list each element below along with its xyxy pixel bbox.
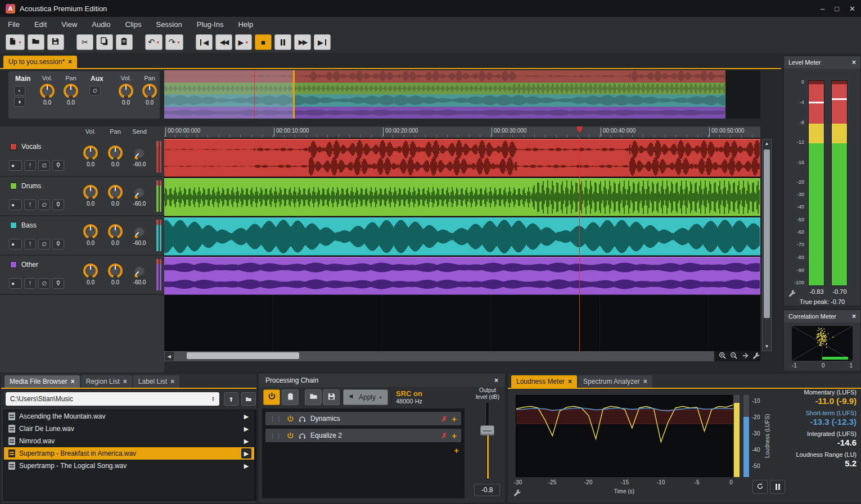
preview-play-button[interactable]: ▶ — [241, 448, 251, 458]
track-volume-knob[interactable] — [83, 264, 98, 278]
mute-button[interactable]: ∅ — [38, 239, 50, 249]
hscroll-track[interactable] — [174, 351, 714, 361]
chain-power-button[interactable] — [263, 389, 280, 405]
file-list-scrollbar[interactable] — [254, 410, 256, 501]
effect-row-dynamics[interactable]: ⋮⋮ Dynamics ✗ + — [265, 412, 461, 425]
session-tab-close-icon[interactable]: × — [68, 58, 72, 66]
go-to-start-button[interactable]: ◀ — [196, 34, 213, 50]
path-input[interactable]: C:\Users\Stian\Music ▲▼ — [6, 392, 219, 406]
track-effects-button[interactable] — [52, 160, 64, 171]
main-monitor-button[interactable] — [14, 86, 25, 96]
track-color-swatch[interactable] — [10, 183, 17, 189]
menu-edit[interactable]: Edit — [34, 20, 47, 29]
tab-close-icon[interactable]: × — [123, 378, 127, 385]
clip-bass[interactable] — [164, 217, 760, 256]
menu-clips[interactable]: Clips — [125, 20, 142, 29]
play-dropdown-arrow-icon[interactable]: ▼ — [245, 40, 249, 44]
chain-clipboard-button[interactable] — [282, 389, 299, 405]
tab-media-file-browser[interactable]: Media File Browser× — [4, 375, 80, 388]
track-effects-button[interactable] — [52, 239, 64, 249]
correlation-meter-close-icon[interactable]: × — [852, 312, 856, 320]
tab-close-icon[interactable]: × — [170, 378, 174, 385]
minimize-button[interactable]: – — [821, 4, 824, 13]
main-clipboard-button[interactable] — [14, 97, 25, 107]
pause-button[interactable] — [274, 34, 291, 50]
record-arm-button[interactable]: ●▼ — [9, 278, 22, 289]
track-color-swatch[interactable] — [10, 261, 17, 268]
effect-power-icon[interactable] — [287, 415, 294, 423]
track-header-bass[interactable]: Bass ●▼ ! ∅ 0.0 0.0 -60.0 — [0, 217, 164, 256]
tab-loudness-meter[interactable]: Loudness Meter× — [511, 375, 577, 388]
mute-button[interactable]: ∅ — [38, 160, 50, 171]
new-session-button[interactable]: ▼ — [6, 34, 25, 50]
vertical-scrollbar[interactable]: ▲ ▼ — [762, 139, 772, 351]
solo-button[interactable]: ! — [24, 239, 36, 249]
track-color-swatch[interactable] — [10, 222, 17, 229]
track-send-knob[interactable] — [132, 185, 147, 199]
remove-effect-icon[interactable]: ✗ — [441, 415, 447, 423]
zoom-out-icon[interactable] — [730, 352, 738, 361]
menu-session[interactable]: Session — [156, 20, 182, 29]
add-effect-icon[interactable]: + — [452, 431, 457, 441]
drag-handle-icon[interactable]: ⋮⋮ — [270, 433, 282, 439]
undo-button[interactable]: ↶▼ — [145, 34, 163, 50]
solo-button[interactable]: ! — [24, 199, 36, 210]
remove-effect-icon[interactable]: ✗ — [441, 432, 447, 440]
track-pan-knob[interactable] — [108, 264, 123, 278]
file-row[interactable]: Ascending the Mountain.wav▶ — [4, 410, 255, 423]
track-pan-knob[interactable] — [108, 146, 123, 160]
stop-button[interactable]: ■ — [255, 34, 272, 50]
track-effects-button[interactable] — [52, 278, 64, 289]
overview-view-start-marker[interactable] — [293, 70, 295, 119]
track-header-drums[interactable]: Drums ●▼ ! ∅ 0.0 0.0 -60.0 — [0, 178, 164, 216]
track-send-knob[interactable] — [132, 264, 147, 278]
scroll-down-button[interactable]: ▼ — [763, 342, 771, 351]
vscroll-thumb[interactable] — [764, 149, 770, 318]
hscroll-thumb[interactable] — [187, 352, 299, 359]
effect-preview-headphones-icon[interactable] — [299, 415, 306, 423]
track-color-swatch[interactable] — [10, 143, 17, 150]
output-level-value[interactable]: -0.8 — [474, 484, 500, 496]
record-arm-button[interactable]: ●▼ — [9, 160, 22, 171]
session-overview[interactable] — [164, 70, 760, 119]
go-to-end-button[interactable]: ▶ — [314, 34, 331, 50]
close-button[interactable]: ✕ — [849, 4, 855, 13]
record-dropdown-icon[interactable]: ▼ — [16, 242, 20, 246]
drag-handle-icon[interactable]: ⋮⋮ — [270, 416, 282, 422]
apply-dropdown-icon[interactable]: ▼ — [378, 396, 382, 399]
record-dropdown-icon[interactable]: ▼ — [16, 281, 20, 285]
file-row[interactable]: Supertramp - The Logical Song.wav▶ — [4, 460, 255, 472]
track-volume-knob[interactable] — [83, 224, 98, 239]
clip-drums[interactable] — [164, 178, 760, 216]
play-button[interactable]: ▶▼ — [235, 34, 252, 50]
menu-audio[interactable]: Audio — [92, 20, 110, 29]
menu-file[interactable]: File — [8, 20, 20, 29]
track-pan-knob[interactable] — [108, 185, 123, 199]
track-effects-button[interactable] — [52, 199, 64, 210]
scroll-up-button[interactable]: ▲ — [763, 139, 771, 148]
path-spinner-icon[interactable]: ▲▼ — [211, 396, 215, 402]
clip-other[interactable] — [164, 257, 760, 295]
cut-button[interactable]: ✂ — [76, 34, 93, 50]
file-list[interactable]: Ascending the Mountain.wav▶ Clair De Lun… — [3, 410, 255, 501]
redo-dropdown-arrow-icon[interactable]: ▼ — [177, 40, 181, 44]
level-meter-close-icon[interactable]: × — [852, 58, 856, 66]
mute-button[interactable]: ∅ — [38, 278, 50, 289]
main-volume-knob[interactable] — [40, 84, 55, 98]
file-row[interactable]: Nimrod.wav▶ — [4, 435, 255, 447]
menu-plugins[interactable]: Plug-Ins — [197, 20, 224, 29]
record-arm-button[interactable]: ●▼ — [9, 199, 22, 210]
record-dropdown-icon[interactable]: ▼ — [16, 203, 20, 207]
undo-dropdown-arrow-icon[interactable]: ▼ — [156, 40, 160, 44]
output-level-slider-handle[interactable] — [480, 425, 494, 435]
save-button[interactable] — [47, 34, 64, 50]
loudness-reset-button[interactable] — [752, 480, 768, 494]
track-header-vocals[interactable]: Vocals ●▼ ! ∅ 0.0 0.0 -60.0 — [0, 139, 164, 177]
effect-preview-headphones-icon[interactable] — [299, 432, 306, 439]
folder-up-button[interactable] — [224, 392, 238, 406]
loudness-pause-button[interactable] — [770, 480, 785, 494]
file-row-selected[interactable]: Supertramp - Breakfast in America.wav▶ — [4, 447, 255, 460]
browse-folder-button[interactable] — [241, 392, 256, 406]
menu-help[interactable]: Help — [238, 20, 253, 29]
new-dropdown-arrow-icon[interactable]: ▼ — [18, 40, 22, 44]
